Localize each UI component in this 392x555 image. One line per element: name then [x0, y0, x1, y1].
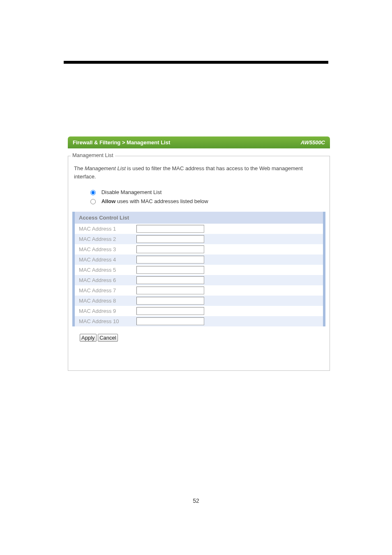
mac-address-input[interactable] [136, 266, 204, 274]
radio-allow[interactable]: Allow uses with MAC addresses listed bel… [90, 197, 330, 206]
radio-allow-input[interactable] [90, 199, 96, 204]
radio-disable[interactable]: Disable Management List [90, 188, 330, 197]
table-row: MAC Address 5 [75, 265, 323, 275]
table-row: MAC Address 10 [75, 316, 323, 326]
desc-em: Management List [85, 165, 126, 171]
acl-header: Access Control List [75, 212, 323, 224]
table-row: MAC Address 7 [75, 285, 323, 296]
fieldset-legend: Management List [71, 152, 115, 158]
mac-address-label: MAC Address 9 [79, 308, 136, 314]
header-bar: Firewall & Filtering > Management List A… [68, 136, 330, 148]
mac-address-input[interactable] [136, 317, 204, 325]
mac-address-label: MAC Address 6 [79, 277, 136, 283]
mac-address-label: MAC Address 3 [79, 246, 136, 252]
desc-prefix: The [74, 165, 85, 171]
description: The Management List is used to filter th… [68, 156, 330, 180]
mac-address-label: MAC Address 4 [79, 257, 136, 263]
mac-address-input[interactable] [136, 245, 204, 253]
radio-disable-input[interactable] [90, 190, 96, 195]
radio-allow-bold: Allow [101, 198, 116, 204]
table-row: MAC Address 1 [75, 224, 323, 234]
mac-address-label: MAC Address 7 [79, 287, 136, 294]
mac-address-label: MAC Address 10 [79, 318, 136, 324]
mac-address-input[interactable] [136, 235, 204, 243]
divider-bar [64, 61, 328, 64]
radio-disable-label: Disable Management List [101, 189, 162, 195]
table-row: MAC Address 8 [75, 296, 323, 306]
page-number: 52 [0, 497, 392, 504]
mac-address-input[interactable] [136, 297, 204, 305]
management-list-fieldset: Management List The Management List is u… [68, 156, 330, 371]
mac-address-input[interactable] [136, 256, 204, 264]
mac-address-input[interactable] [136, 225, 204, 233]
table-row: MAC Address 2 [75, 234, 323, 244]
cancel-button[interactable]: Cancel [98, 334, 118, 342]
mac-address-label: MAC Address 5 [79, 267, 136, 273]
breadcrumb: Firewall & Filtering > Management List [73, 139, 170, 146]
mac-address-input[interactable] [136, 276, 204, 284]
acl-table: Access Control List MAC Address 1MAC Add… [72, 212, 325, 326]
mac-address-input[interactable] [136, 287, 204, 294]
radio-group: Disable Management List Allow uses with … [68, 180, 330, 212]
apply-button[interactable]: Apply [80, 334, 97, 342]
mac-address-input[interactable] [136, 307, 204, 315]
table-row: MAC Address 3 [75, 244, 323, 254]
table-row: MAC Address 4 [75, 254, 323, 265]
button-row: Apply Cancel [68, 326, 330, 342]
table-row: MAC Address 6 [75, 275, 323, 285]
mac-address-label: MAC Address 1 [79, 226, 136, 232]
mac-address-label: MAC Address 8 [79, 298, 136, 304]
radio-allow-rest: uses with MAC addresses listed below [115, 198, 208, 204]
model-label: AW5500C [301, 139, 325, 146]
table-row: MAC Address 9 [75, 306, 323, 316]
mac-address-label: MAC Address 2 [79, 236, 136, 242]
content: Firewall & Filtering > Management List A… [68, 136, 330, 371]
